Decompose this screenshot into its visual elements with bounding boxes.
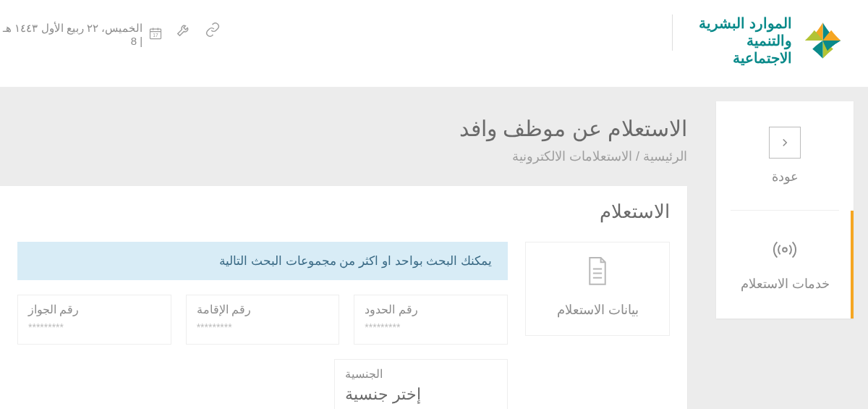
info-banner: يمكنك البحث بواحد او اكثر من مجموعات الب… (17, 242, 508, 280)
breadcrumb-current: الاستعلامات الالكترونية (512, 149, 632, 164)
main-area: عودة خدمات الاستعلام الاستعلام عن موظف و… (0, 87, 868, 409)
field-label: الجنسية (345, 367, 497, 381)
brand-mark-icon (799, 15, 846, 66)
border-number-input[interactable] (365, 321, 497, 333)
brand-text-line1: الموارد البشرية (691, 14, 792, 32)
wrench-icon[interactable] (176, 22, 192, 41)
date-display: 17 الخميس، ٢٢ ربيع الأول ١٤٤٣ هـ | 8 (0, 22, 163, 47)
date-text: الخميس، ٢٢ ربيع الأول ١٤٤٣ هـ | 8 (0, 22, 142, 47)
breadcrumb: الرئيسية / الاستعلامات الالكترونية (0, 148, 687, 164)
nationality-select[interactable]: إختر جنسية (345, 385, 497, 404)
form-area: يمكنك البحث بواحد او اكثر من مجموعات الب… (17, 242, 508, 409)
sidebar: عودة خدمات الاستعلام (716, 101, 854, 319)
link-icon[interactable] (205, 22, 221, 41)
brand-logo: الموارد البشرية والتنمية الاجتماعية (691, 14, 846, 67)
sidebar-services-label: خدمات الاستعلام (741, 276, 830, 292)
brand-text-line2: والتنمية الاجتماعية (691, 32, 792, 67)
breadcrumb-home[interactable]: الرئيسية (643, 149, 687, 164)
breadcrumb-sep: / (632, 149, 643, 164)
field-label: رقم الجواز (28, 303, 161, 316)
content: الاستعلام عن موظف وافد الرئيسية / الاستع… (0, 101, 716, 409)
field-nationality: الجنسية إختر جنسية (334, 359, 508, 409)
sidebar-item-services[interactable]: خدمات الاستعلام (716, 211, 854, 319)
sidebar-back-label: عودة (772, 169, 799, 185)
divider (672, 14, 673, 51)
top-bar: الموارد البشرية والتنمية الاجتماعية 17 ا… (0, 0, 868, 87)
document-icon (584, 256, 611, 292)
sidebar-item-back[interactable]: عودة (716, 101, 854, 210)
inquiry-data-card[interactable]: بيانات الاستعلام (525, 242, 670, 336)
inquiry-card-label: بيانات الاستعلام (557, 302, 639, 318)
field-label: رقم الإقامة (197, 303, 329, 316)
calendar-icon: 17 (148, 25, 163, 43)
field-label: رقم الحدود (365, 303, 497, 316)
chevron-left-icon (769, 127, 801, 159)
svg-point-2 (783, 248, 787, 252)
svg-text:17: 17 (153, 33, 158, 38)
top-utility-icons (176, 22, 221, 41)
field-iqama-number: رقم الإقامة (186, 295, 340, 345)
passport-number-input[interactable] (28, 321, 161, 333)
iqama-number-input[interactable] (197, 321, 329, 333)
field-passport-number: رقم الجواز (17, 295, 171, 345)
broadcast-icon (773, 237, 797, 266)
page-title: الاستعلام عن موظف وافد (0, 116, 687, 141)
inquiry-panel: الاستعلام بيانات الاستعلام يمكنك البحث ب… (0, 186, 687, 409)
field-border-number: رقم الحدود (354, 295, 508, 345)
panel-title: الاستعلام (17, 201, 670, 223)
